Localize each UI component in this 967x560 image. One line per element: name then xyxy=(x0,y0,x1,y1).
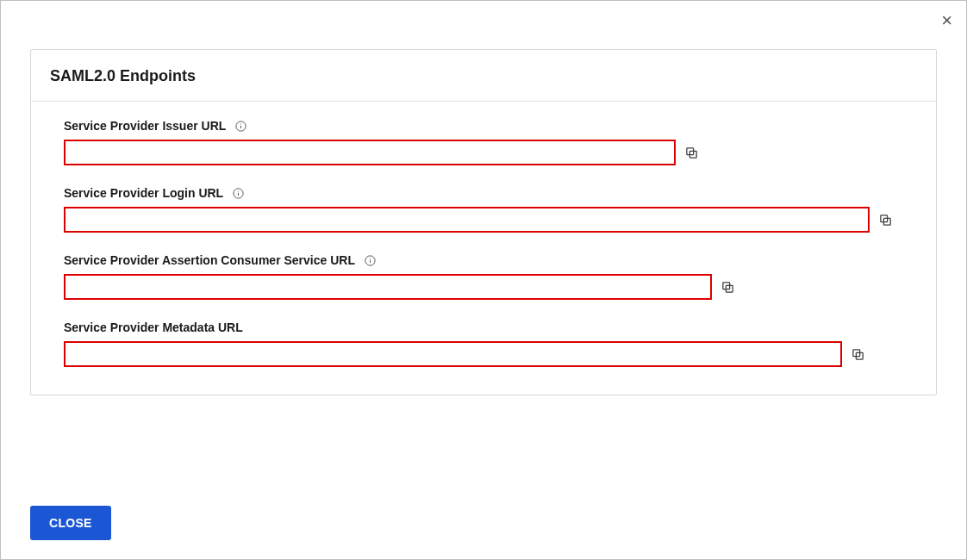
field-label-row: Service Provider Metadata URL xyxy=(64,320,903,334)
card-header: SAML2.0 Endpoints xyxy=(31,50,936,102)
copy-icon[interactable] xyxy=(721,280,735,295)
login-label: Service Provider Login URL xyxy=(64,186,223,200)
field-input-row xyxy=(64,341,903,367)
metadata-label: Service Provider Metadata URL xyxy=(64,320,243,334)
copy-icon[interactable] xyxy=(878,213,893,227)
field-acs: Service Provider Assertion Consumer Serv… xyxy=(64,253,903,300)
card-title: SAML2.0 Endpoints xyxy=(50,67,196,84)
close-button[interactable]: Close xyxy=(30,506,111,540)
dialog-footer: Close xyxy=(30,506,111,540)
field-input-row xyxy=(64,207,903,233)
dialog-body: SAML2.0 Endpoints Service Provider Issue… xyxy=(30,49,937,395)
field-label-row: Service Provider Issuer URL xyxy=(64,119,903,133)
close-icon[interactable]: × xyxy=(941,11,952,30)
login-url-value[interactable] xyxy=(64,207,870,233)
svg-point-12 xyxy=(370,258,371,258)
field-input-row xyxy=(64,274,903,300)
info-icon[interactable] xyxy=(234,120,247,133)
info-icon[interactable] xyxy=(364,254,377,267)
endpoints-card: SAML2.0 Endpoints Service Provider Issue… xyxy=(30,49,937,395)
copy-icon[interactable] xyxy=(684,146,699,160)
acs-label: Service Provider Assertion Consumer Serv… xyxy=(64,253,355,267)
field-input-row xyxy=(64,140,903,165)
info-icon[interactable] xyxy=(232,187,245,200)
field-label-row: Service Provider Assertion Consumer Serv… xyxy=(64,253,903,267)
issuer-label: Service Provider Issuer URL xyxy=(64,119,226,133)
acs-url-value[interactable] xyxy=(64,274,712,300)
copy-icon[interactable] xyxy=(851,347,865,362)
svg-point-7 xyxy=(238,190,239,191)
card-content: Service Provider Issuer URL xyxy=(31,102,936,395)
field-issuer: Service Provider Issuer URL xyxy=(64,119,903,165)
metadata-url-value[interactable] xyxy=(64,341,842,367)
issuer-url-value[interactable] xyxy=(64,140,676,165)
modal-dialog: × SAML2.0 Endpoints Service Provider Iss… xyxy=(0,0,967,560)
field-label-row: Service Provider Login URL xyxy=(64,186,903,200)
field-metadata: Service Provider Metadata URL xyxy=(64,320,903,367)
field-login: Service Provider Login URL xyxy=(64,186,903,233)
svg-point-2 xyxy=(240,123,241,124)
